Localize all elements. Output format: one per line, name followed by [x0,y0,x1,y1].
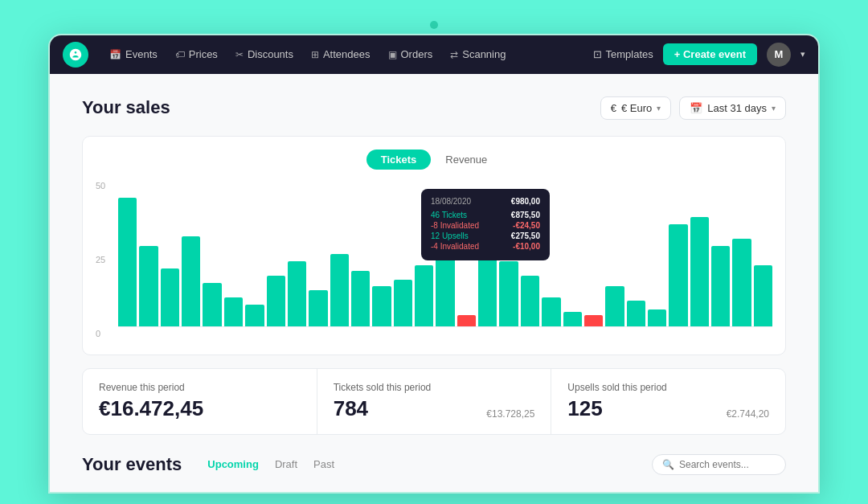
calendar-filter-icon: 📅 [690,102,702,114]
bar-8[interactable] [288,261,306,327]
bar-group-19 [521,181,539,327]
period-chevron-icon: ▾ [772,104,776,113]
period-label: Last 31 days [707,102,767,114]
chart-tabs: Tickets Revenue [96,150,772,170]
bar-group-13 [394,181,412,327]
chart-x-line [118,326,772,327]
nav-item-attendees[interactable]: ⊞ Attendees [303,43,379,65]
templates-button[interactable]: ⊡ Templates [593,48,653,60]
stat-tickets: Tickets sold this period 784 €13.728,25 [317,369,552,434]
tab-revenue[interactable]: Revenue [431,150,502,170]
bar-15[interactable] [436,239,454,326]
scanning-icon: ⇄ [450,49,458,60]
nav-logo[interactable] [63,42,88,68]
bar-3[interactable] [182,236,200,327]
bar-10[interactable] [330,254,349,327]
bar-group-30 [754,181,772,327]
events-title: Your events [82,454,182,475]
bar-5[interactable] [224,297,243,326]
chart-area: 50 25 0 18/08/2020 €980,00 46 Tickets €8… [96,181,772,342]
chart-card: Tickets Revenue 50 25 0 18/08/2020 €980,… [82,136,786,355]
events-header: Your events Upcoming Draft Past 🔍 [82,454,786,475]
bar-group-21 [563,181,582,327]
sales-header: Your sales € € Euro ▾ 📅 Last 31 days ▾ [82,96,786,120]
bar-group-16 [457,181,476,327]
nav-label-orders: Orders [401,48,433,60]
period-filter[interactable]: 📅 Last 31 days ▾ [679,96,786,120]
avatar[interactable]: M [767,43,791,67]
bar-11[interactable] [351,271,370,326]
bar-13[interactable] [394,280,412,326]
bar-2[interactable] [161,268,179,327]
create-event-label: + Create event [674,48,746,60]
bar-group-11 [351,181,370,327]
bar-group-18 [499,181,518,327]
bar-16[interactable] [457,315,476,327]
bar-0[interactable] [118,198,137,326]
orders-icon: ▣ [388,49,397,60]
upsells-label: Upsells sold this period [567,382,769,393]
chart-bars-container [118,181,772,327]
filter-controls: € € Euro ▾ 📅 Last 31 days ▾ [600,96,786,120]
bar-group-29 [732,181,751,327]
nav-items: 📅 Events 🏷 Prices ✂ Discounts ⊞ Attendee… [101,43,590,65]
bar-23[interactable] [605,286,624,327]
templates-label: Templates [606,48,653,60]
upsells-sub: €2.744,20 [727,408,769,420]
y-label-50: 50 [96,181,105,191]
bar-group-17 [478,181,497,327]
bar-19[interactable] [521,276,539,327]
tab-draft[interactable]: Draft [268,455,304,473]
stats-row: Revenue this period €16.472,45 Tickets s… [82,368,786,435]
bar-7[interactable] [267,276,285,327]
tab-upcoming[interactable]: Upcoming [201,455,265,473]
bar-group-23 [605,181,624,327]
bar-4[interactable] [203,283,221,327]
nav-item-events[interactable]: 📅 Events [101,43,166,65]
bar-group-1 [139,181,158,327]
bar-29[interactable] [732,239,751,326]
bar-24[interactable] [627,301,645,327]
event-search[interactable]: 🔍 [652,454,786,475]
bar-9[interactable] [309,290,327,327]
nav-label-attendees: Attendees [323,48,371,60]
revenue-value: €16.472,45 [99,396,301,421]
templates-icon: ⊡ [593,48,602,60]
search-input[interactable] [679,459,776,470]
y-label-0: 0 [96,329,105,338]
bar-17[interactable] [478,246,497,326]
scissors-icon: ✂ [235,49,244,60]
tickets-sub: €13.728,25 [486,408,534,420]
bar-group-26 [669,181,687,327]
tab-past[interactable]: Past [307,455,341,473]
laptop-dot [430,21,438,29]
bar-12[interactable] [372,286,391,327]
nav-item-scanning[interactable]: ⇄ Scanning [442,43,514,65]
avatar-chevron-icon[interactable]: ▾ [800,49,805,59]
bar-group-7 [267,181,285,327]
tab-tickets[interactable]: Tickets [366,150,432,170]
bar-group-4 [203,181,221,327]
bar-18[interactable] [499,261,518,327]
nav-item-discounts[interactable]: ✂ Discounts [227,43,301,65]
bar-group-20 [542,181,560,327]
bar-25[interactable] [648,309,666,327]
create-event-button[interactable]: + Create event [663,43,757,65]
bar-22[interactable] [584,315,603,327]
currency-filter[interactable]: € € Euro ▾ [600,96,672,120]
bar-14[interactable] [415,265,433,326]
chart-y-labels: 50 25 0 [96,181,105,342]
bar-20[interactable] [542,297,560,326]
search-icon: 🔍 [662,459,674,470]
bar-26[interactable] [669,224,687,326]
stat-revenue: Revenue this period €16.472,45 [83,369,317,434]
stat-upsells: Upsells sold this period 125 €2.744,20 [551,369,785,434]
nav-item-orders[interactable]: ▣ Orders [380,43,441,65]
nav-item-prices[interactable]: 🏷 Prices [167,43,226,65]
bar-1[interactable] [139,246,158,326]
bar-27[interactable] [690,217,709,327]
bar-30[interactable] [754,265,772,326]
bar-21[interactable] [563,312,582,326]
bar-28[interactable] [711,246,730,326]
bar-6[interactable] [245,305,264,326]
